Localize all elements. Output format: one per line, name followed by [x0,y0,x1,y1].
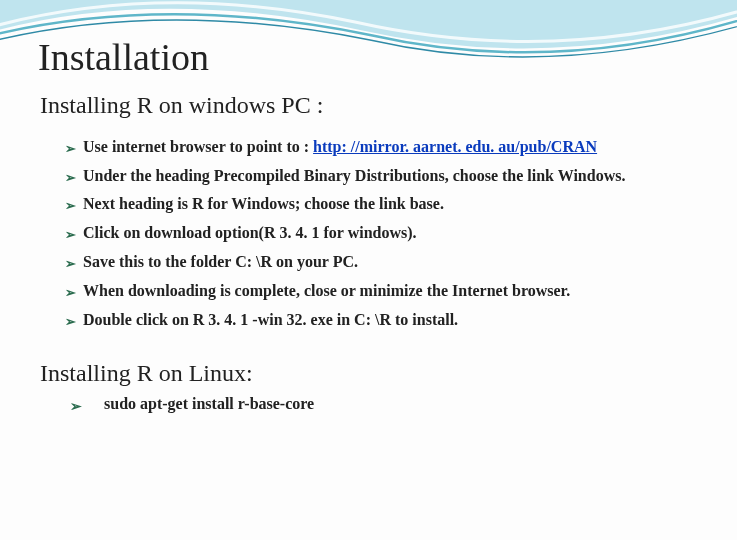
chevron-right-icon: ➢ [70,398,82,415]
step-text: Under the heading Precompiled Binary Dis… [83,167,625,184]
list-item: ➢ Use internet browser to point to : htt… [65,135,697,160]
page-title: Installation [38,38,737,78]
slide-content: Installation Installing R on windows PC … [0,38,737,415]
list-item: ➢ Next heading is R for Windows; choose … [65,192,697,217]
step-text: Save this to the folder C: \R on your PC… [83,253,358,270]
step-text: Next heading is R for Windows; choose th… [83,195,444,212]
chevron-right-icon: ➢ [65,168,76,188]
chevron-right-icon: ➢ [65,254,76,274]
linux-command: sudo apt-get install r-base-core [104,395,314,413]
list-item: ➢ Click on download option(R 3. 4. 1 for… [65,221,697,246]
list-item: ➢ Double click on R 3. 4. 1 -win 32. exe… [65,308,697,333]
chevron-right-icon: ➢ [65,312,76,332]
step-prefix: Use internet browser to point to : [83,138,313,155]
linux-heading: Installing R on Linux: [40,360,737,387]
list-item: ➢ When downloading is complete, close or… [65,279,697,304]
chevron-right-icon: ➢ [65,225,76,245]
step-text: When downloading is complete, close or m… [83,282,570,299]
list-item: ➢ Under the heading Precompiled Binary D… [65,164,697,189]
windows-heading: Installing R on windows PC : [40,92,737,119]
step-text: Double click on R 3. 4. 1 -win 32. exe i… [83,311,458,328]
windows-steps-list: ➢ Use internet browser to point to : htt… [65,135,697,333]
chevron-right-icon: ➢ [65,283,76,303]
step-text: Click on download option(R 3. 4. 1 for w… [83,224,417,241]
chevron-right-icon: ➢ [65,196,76,216]
cran-mirror-link[interactable]: http: //mirror. aarnet. edu. au/pub/CRAN [313,138,597,155]
linux-step: ➢ sudo apt-get install r-base-core [70,395,737,415]
chevron-right-icon: ➢ [65,139,76,159]
list-item: ➢ Save this to the folder C: \R on your … [65,250,697,275]
